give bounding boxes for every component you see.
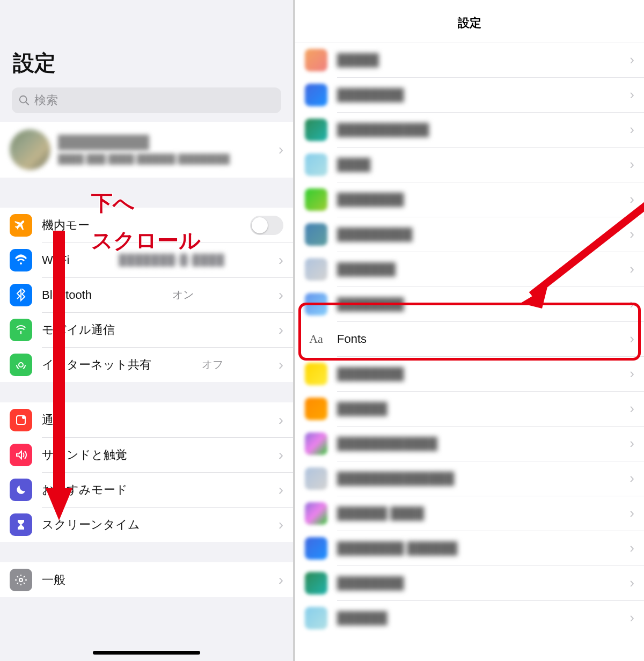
profile-subtitle: ████ ███ ████ ██████ ████████ bbox=[58, 154, 271, 165]
chevron-right-icon: › bbox=[630, 470, 634, 487]
notifications-section: 通知 › サウンドと触覚 › おやすみモード › スクリーンタイム › bbox=[0, 402, 293, 542]
wifi-value: ███████-█-████ bbox=[119, 254, 224, 266]
row-label: スクリーンタイム bbox=[42, 517, 140, 533]
chevron-right-icon: › bbox=[630, 156, 634, 173]
list-item[interactable]: ████› bbox=[295, 147, 644, 182]
fonts-label: Fonts bbox=[337, 332, 367, 346]
app-label: ████████ ██████ bbox=[337, 541, 457, 555]
chevron-right-icon: › bbox=[279, 141, 283, 158]
bluetooth-value: オン bbox=[172, 288, 194, 302]
list-item[interactable]: ████████› bbox=[295, 182, 644, 217]
list-item[interactable]: ████████████› bbox=[295, 426, 644, 461]
hourglass-icon bbox=[10, 513, 32, 536]
wifi-row[interactable]: Wi-Fi ███████-█-████ › bbox=[0, 243, 293, 277]
sounds-row[interactable]: サウンドと触覚 › bbox=[0, 437, 293, 472]
list-item[interactable]: ████████› bbox=[295, 356, 644, 391]
app-label: ████████ bbox=[337, 193, 404, 207]
cellular-icon bbox=[10, 319, 32, 341]
app-label: ███████████ bbox=[337, 123, 429, 137]
app-icon bbox=[305, 153, 327, 176]
chevron-right-icon: › bbox=[279, 287, 283, 304]
dnd-row[interactable]: おやすみモード › bbox=[0, 472, 293, 507]
settings-main-panel: 設定 検索 ██████████ ████ ███ ████ ██████ ██… bbox=[0, 0, 295, 661]
list-item[interactable]: ████████› bbox=[295, 77, 644, 112]
list-item[interactable]: ███████████› bbox=[295, 112, 644, 147]
app-icon bbox=[305, 432, 327, 455]
airplane-mode-row[interactable]: 機内モー bbox=[0, 208, 293, 243]
app-label: ████████ bbox=[337, 576, 404, 590]
bluetooth-row[interactable]: Bluetooth オン › bbox=[0, 277, 293, 312]
list-item[interactable]: ██████████████› bbox=[295, 461, 644, 496]
notifications-row[interactable]: 通知 › bbox=[0, 402, 293, 437]
app-icon bbox=[305, 363, 327, 385]
chevron-right-icon: › bbox=[630, 575, 634, 591]
app-label: ████████ bbox=[337, 297, 404, 311]
list-item[interactable]: ██████› bbox=[295, 391, 644, 426]
app-icon bbox=[305, 398, 327, 420]
notifications-icon bbox=[10, 409, 32, 431]
app-label: ████ bbox=[337, 158, 370, 172]
gear-icon bbox=[10, 569, 32, 591]
airplane-toggle[interactable] bbox=[250, 216, 283, 235]
bluetooth-icon bbox=[10, 284, 32, 306]
list-item[interactable]: ████████› bbox=[295, 565, 644, 600]
home-indicator bbox=[93, 651, 200, 655]
chevron-right-icon: › bbox=[279, 571, 283, 589]
app-icon bbox=[305, 293, 327, 315]
hotspot-row[interactable]: インターネット共有 オフ › bbox=[0, 347, 293, 382]
app-label: ██████ bbox=[337, 611, 387, 625]
wifi-icon bbox=[10, 249, 32, 271]
app-label: ████████████ bbox=[337, 437, 437, 451]
fonts-row[interactable]: Aa Fonts › bbox=[295, 321, 644, 356]
chevron-right-icon: › bbox=[630, 400, 634, 417]
search-input[interactable]: 検索 bbox=[12, 87, 281, 113]
list-item[interactable]: ███████› bbox=[295, 252, 644, 287]
cellular-row[interactable]: モバイル通信 › bbox=[0, 312, 293, 347]
general-row[interactable]: 一般 › bbox=[0, 562, 293, 597]
row-label: 通知 bbox=[42, 412, 65, 428]
apple-id-row[interactable]: ██████████ ████ ███ ████ ██████ ████████… bbox=[0, 122, 293, 178]
avatar bbox=[10, 129, 50, 170]
screentime-row[interactable]: スクリーンタイム › bbox=[0, 507, 293, 542]
app-icon bbox=[305, 119, 327, 141]
app-label: █████ bbox=[337, 53, 379, 67]
list-item[interactable]: ██████ ████› bbox=[295, 496, 644, 531]
app-icon bbox=[305, 84, 327, 106]
sounds-icon bbox=[10, 444, 32, 466]
fonts-icon: Aa bbox=[305, 328, 327, 350]
app-icon bbox=[305, 49, 327, 71]
chevron-right-icon: › bbox=[630, 505, 634, 522]
row-label: Bluetooth bbox=[42, 288, 92, 302]
app-label: ██████ ████ bbox=[337, 506, 424, 520]
chevron-right-icon: › bbox=[630, 330, 634, 347]
app-icon bbox=[305, 467, 327, 490]
hotspot-icon bbox=[10, 354, 32, 376]
app-label: ██████ bbox=[337, 402, 387, 416]
chevron-right-icon: › bbox=[630, 435, 634, 452]
list-item[interactable]: █████████› bbox=[295, 217, 644, 252]
row-label: Wi-Fi bbox=[42, 253, 69, 267]
row-label: サウンドと触覚 bbox=[42, 447, 127, 463]
app-icon bbox=[305, 537, 327, 560]
chevron-right-icon: › bbox=[630, 296, 634, 312]
panel-title: 設定 bbox=[295, 0, 644, 42]
app-label: █████████ bbox=[337, 227, 412, 241]
page-title: 設定 bbox=[0, 0, 293, 87]
general-section: 一般 › bbox=[0, 562, 293, 597]
app-icon bbox=[305, 572, 327, 594]
chevron-right-icon: › bbox=[279, 446, 283, 464]
chevron-right-icon: › bbox=[630, 121, 634, 138]
app-label: ████████ bbox=[337, 367, 404, 381]
app-icon bbox=[305, 607, 327, 629]
app-icon bbox=[305, 223, 327, 246]
app-label: ██████████████ bbox=[337, 472, 454, 486]
list-item[interactable]: ████████› bbox=[295, 287, 644, 321]
chevron-right-icon: › bbox=[279, 412, 283, 429]
list-item[interactable]: ██████› bbox=[295, 600, 644, 635]
settings-apps-panel: 設定 █████› ████████› ███████████› ████› █… bbox=[295, 0, 644, 661]
search-placeholder: 検索 bbox=[34, 92, 58, 108]
list-item[interactable]: █████› bbox=[295, 42, 644, 77]
app-label: ███████ bbox=[337, 262, 396, 276]
list-item[interactable]: ████████ ██████› bbox=[295, 531, 644, 565]
chevron-right-icon: › bbox=[279, 481, 283, 498]
